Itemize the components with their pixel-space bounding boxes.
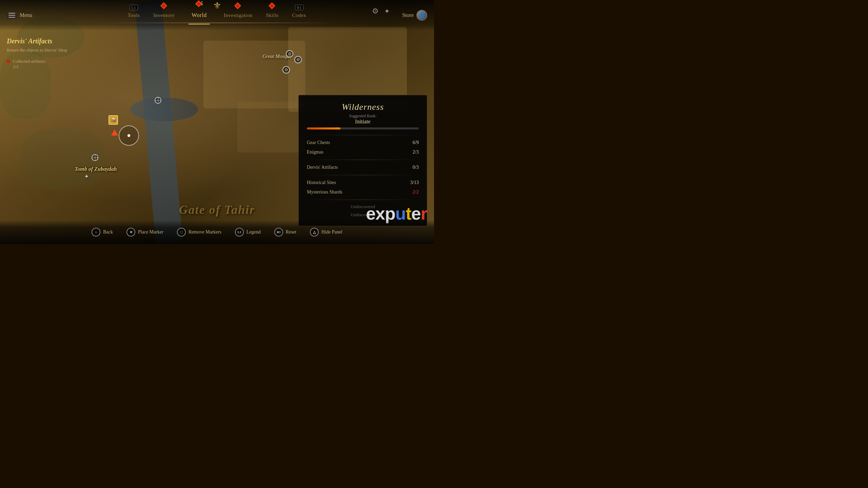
compass-circle xyxy=(119,125,139,146)
gear-chest-marker: 📦 xyxy=(108,115,118,125)
action-back[interactable]: ○ Back xyxy=(92,228,113,237)
historical-label: Historical Sites xyxy=(307,180,336,185)
river-1 xyxy=(135,0,183,244)
place-marker-button-icon: ✕ xyxy=(126,228,135,237)
settings-icon[interactable]: ⚙ xyxy=(372,7,379,16)
stat-dervis: Dervis' Artifacts 0/3 xyxy=(307,163,419,172)
tab-skills[interactable]: Skills xyxy=(259,11,285,20)
action-hide-panel[interactable]: △ Hide Panel xyxy=(310,228,342,237)
tab-world-label: World xyxy=(192,12,207,19)
city-area-3 xyxy=(237,102,305,152)
snowflake-icon[interactable]: ✦ xyxy=(84,173,89,180)
quest-title: Dervis' Artifacts xyxy=(7,37,102,45)
gear-chests-value: 6/9 xyxy=(413,140,419,145)
panel-divider-2 xyxy=(307,160,419,160)
objective-value: 2/3 xyxy=(13,64,19,69)
objective-label: Collected artifacts: xyxy=(13,59,46,64)
dervis-label: Dervis' Artifacts xyxy=(307,165,338,170)
crosshair-marker-1[interactable] xyxy=(155,97,161,104)
shards-label: Mysterious Shards xyxy=(307,189,342,195)
tab-codex[interactable]: R1 Codex xyxy=(285,11,313,20)
mosque-cog-2[interactable]: ⚙ xyxy=(294,56,302,63)
reset-label: Reset xyxy=(286,229,296,235)
hide-panel-button-icon: △ xyxy=(310,228,319,237)
store-button[interactable]: Store 👤 xyxy=(402,10,427,21)
codex-key: R1 xyxy=(295,5,304,10)
panel-divider-3 xyxy=(307,175,419,175)
stat-gear-chests: Gear Chests 6/9 xyxy=(307,138,419,147)
tab-investigation-label: Investigation xyxy=(224,13,253,18)
enigmas-label: Enigmas xyxy=(307,149,323,155)
tab-investigation[interactable]: Investigation xyxy=(217,11,259,20)
compass-circle-marker xyxy=(119,125,139,146)
legend-button-icon: L3 xyxy=(235,228,244,237)
top-right-icons: ⚙ ✦ xyxy=(372,7,390,16)
compass-icon: ✦ xyxy=(384,7,390,15)
crosshair-1 xyxy=(155,97,161,104)
world-icon xyxy=(196,1,202,7)
action-legend[interactable]: L3 Legend xyxy=(235,228,261,237)
back-label: Back xyxy=(103,229,113,235)
menu-icon xyxy=(7,12,17,19)
panel-divider-1 xyxy=(307,135,419,135)
snowflake-marker: ✦ xyxy=(84,173,89,180)
player-marker xyxy=(111,129,118,136)
suggested-rank-label: Suggested Rank: xyxy=(307,114,419,119)
river-2 xyxy=(130,98,198,121)
reset-button-icon: R3 xyxy=(274,228,283,237)
bottom-action-bar: ○ Back ✕ Place Marker □ Remove Markers L… xyxy=(0,220,434,244)
shards-value: 2/2 xyxy=(413,189,419,195)
remove-markers-button-icon: □ xyxy=(177,228,186,237)
crosshair-marker-2[interactable] xyxy=(92,154,98,161)
back-button-icon: ○ xyxy=(92,228,100,237)
stat-enigmas: Enigmas 2/3 xyxy=(307,147,419,157)
objective-text: Collected artifacts: 2/3 xyxy=(13,59,46,69)
tools-key: L1 xyxy=(130,5,138,10)
rank-bar-fill xyxy=(307,127,340,129)
top-navigation: Menu ⚜ L1 Tools Inventory ☙ World xyxy=(0,0,434,30)
panel-divider-4 xyxy=(307,200,419,200)
place-marker-label: Place Marker xyxy=(138,229,163,235)
mosque-marker-3: ⚙ xyxy=(282,66,290,74)
rank-progress-bar xyxy=(307,127,419,129)
inventory-icon xyxy=(161,3,167,9)
remove-markers-label: Remove Markers xyxy=(189,229,221,235)
store-icon: 👤 xyxy=(416,10,427,21)
menu-label: Menu xyxy=(20,12,32,18)
menu-button[interactable]: Menu xyxy=(7,12,32,19)
rank-value: Initiate xyxy=(307,119,419,125)
wilderness-title: Wilderness xyxy=(307,102,419,112)
compass-center xyxy=(127,134,130,137)
tab-codex-label: Codex xyxy=(292,13,307,18)
navigation-tabs: L1 Tools Inventory ☙ World Investigation xyxy=(121,10,313,20)
tab-inventory-label: Inventory xyxy=(153,13,175,18)
quest-panel: Dervis' Artifacts Return the objects to … xyxy=(7,37,102,69)
enigmas-value: 2/3 xyxy=(413,149,419,155)
tab-tools[interactable]: L1 Tools xyxy=(121,11,147,20)
quest-objective: Collected artifacts: 2/3 xyxy=(7,59,102,69)
top-crest-decoration: ⚜ xyxy=(213,0,221,11)
action-remove-markers[interactable]: □ Remove Markers xyxy=(177,228,221,237)
gate-tahir-label: Gate of Tahir xyxy=(179,203,255,217)
gear-chests-label: Gear Chests xyxy=(307,140,330,145)
tab-world[interactable]: ☙ World xyxy=(181,10,217,20)
tomb-label: Tomb of Zubaydah xyxy=(75,166,117,172)
investigation-icon xyxy=(235,3,241,9)
action-reset[interactable]: R3 Reset xyxy=(274,228,296,237)
tab-tools-label: Tools xyxy=(128,13,140,18)
store-label: Store xyxy=(402,12,414,18)
quest-subtitle: Return the objects to Dervis' Shop xyxy=(7,47,102,53)
mosque-cog-3[interactable]: ⚙ xyxy=(282,66,290,74)
gear-marker-icon[interactable]: 📦 xyxy=(108,115,118,125)
tab-skills-label: Skills xyxy=(266,13,279,18)
hide-panel-label: Hide Panel xyxy=(321,229,342,235)
tab-inventory[interactable]: Inventory xyxy=(146,11,181,20)
action-place-marker[interactable]: ✕ Place Marker xyxy=(126,228,163,237)
skills-icon xyxy=(270,3,275,9)
legend-label: Legend xyxy=(246,229,261,235)
crosshair-2 xyxy=(92,154,98,161)
stat-historical: Historical Sites 3/13 xyxy=(307,178,419,187)
nav-divider-line xyxy=(98,23,336,23)
mosque-marker-2: ⚙ xyxy=(294,56,302,63)
historical-value: 3/13 xyxy=(410,180,419,185)
